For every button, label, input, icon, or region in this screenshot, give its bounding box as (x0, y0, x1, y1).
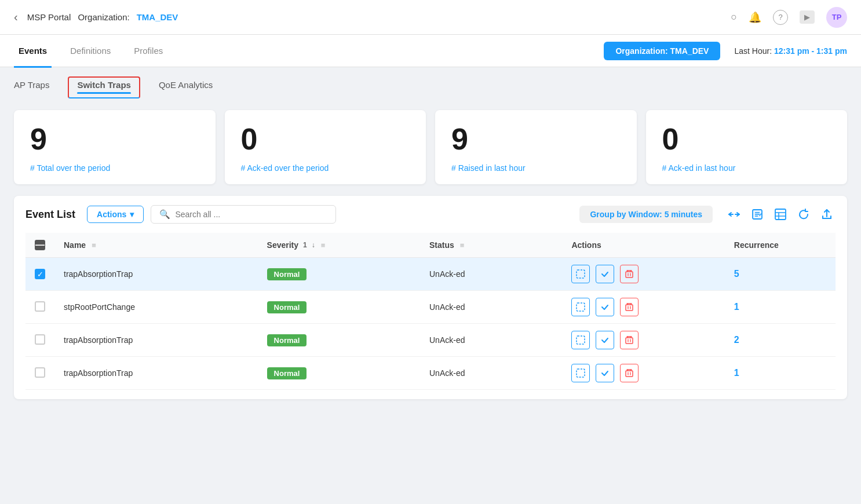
stat-card-acked-period: 0 Ack-ed over the period (225, 110, 426, 184)
stat-value-total-period: 9 (30, 124, 199, 154)
row-checkbox-1[interactable]: ✓ (35, 269, 45, 279)
row-checkbox-cell (25, 324, 54, 357)
group-by-button[interactable]: Group by Window: 5 minutes (579, 206, 713, 223)
delete-icon-2[interactable] (620, 298, 639, 316)
row-status-3: UnAck-ed (420, 324, 562, 357)
th-status: Status ≡ (420, 233, 562, 258)
row-status-2: UnAck-ed (420, 291, 562, 324)
stat-label-raised-hour[interactable]: Raised in last hour (451, 163, 621, 173)
row-actions-2 (562, 291, 724, 324)
th-recurrence: Recurrence (725, 233, 836, 258)
event-table: — Name ≡ Severity 1 ↓ ≡ (25, 233, 836, 390)
nav-icons: ○ 🔔 ? ▶ TP (731, 7, 847, 28)
row-checkbox-4[interactable] (35, 367, 45, 378)
row-checkbox-cell: ✓ (25, 258, 54, 291)
actions-button[interactable]: Actions ▾ (87, 206, 144, 223)
svg-rect-27 (626, 338, 633, 344)
severity-sort-num: 1 (303, 241, 307, 249)
help-icon[interactable]: ? (773, 10, 788, 25)
status-filter-icon[interactable]: ≡ (460, 241, 465, 250)
svg-rect-20 (626, 305, 633, 311)
severity-badge-3: Normal (267, 334, 307, 346)
ack-icon-4[interactable] (596, 364, 614, 382)
delete-icon-4[interactable] (620, 364, 639, 382)
toolbar-icons (725, 206, 836, 223)
stat-label-total-period[interactable]: Total over the period (30, 163, 199, 173)
expand-icon[interactable] (725, 206, 743, 223)
row-severity-4: Normal (258, 357, 420, 390)
tab-definitions[interactable]: Definitions (65, 35, 115, 68)
event-list-title: Event List (25, 209, 75, 221)
org-prefix: Organization: (78, 12, 129, 22)
table-icon[interactable] (772, 206, 789, 223)
svg-rect-12 (577, 270, 585, 278)
stat-value-acked-hour: 0 (662, 124, 831, 154)
search-input[interactable] (175, 210, 327, 219)
select-all-checkbox[interactable]: — (35, 240, 45, 250)
expand-row-icon-4[interactable] (571, 364, 590, 382)
search-icon: 🔍 (159, 209, 170, 220)
portal-label: MSP Portal (27, 12, 71, 22)
row-recurrence-2: 1 (725, 291, 836, 324)
expand-row-icon-1[interactable] (571, 265, 590, 283)
stat-cards: 9 Total over the period 0 Ack-ed over th… (14, 110, 847, 184)
ack-icon-2[interactable] (596, 298, 614, 316)
delete-icon-1[interactable] (620, 265, 639, 283)
svg-rect-26 (577, 336, 585, 344)
ack-icon-3[interactable] (596, 331, 614, 349)
expand-row-icon-3[interactable] (571, 331, 590, 349)
severity-badge-4: Normal (267, 367, 307, 379)
search-icon[interactable]: ○ (731, 11, 737, 23)
last-hour-label: Last Hour: 12:31 pm - 1:31 pm (734, 46, 847, 56)
row-severity-3: Normal (258, 324, 420, 357)
th-actions: Actions (562, 233, 724, 258)
row-actions-1 (562, 258, 724, 291)
stat-label-acked-hour[interactable]: Ack-ed in last hour (662, 163, 831, 173)
refresh-icon[interactable] (795, 206, 812, 223)
severity-badge-1: Normal (267, 268, 307, 280)
row-checkbox-cell (25, 291, 54, 324)
name-filter-icon[interactable]: ≡ (92, 241, 96, 250)
severity-sort-icon[interactable]: ↓ (312, 241, 315, 249)
org-name[interactable]: TMA_DEV (137, 12, 178, 22)
avatar[interactable]: TP (826, 7, 847, 28)
edit-icon[interactable] (749, 206, 766, 223)
expand-row-icon-2[interactable] (571, 298, 590, 316)
th-checkbox: — (25, 233, 54, 258)
row-actions-4 (562, 357, 724, 390)
svg-rect-13 (626, 272, 633, 277)
svg-rect-7 (775, 209, 786, 220)
event-list-container: Event List Actions ▾ 🔍 Group by Window: … (14, 196, 847, 399)
org-button[interactable]: Organization: TMA_DEV (604, 42, 720, 60)
stat-card-total-period: 9 Total over the period (14, 110, 216, 184)
tab-profiles[interactable]: Profiles (129, 35, 167, 68)
tab-events[interactable]: Events (14, 35, 52, 68)
stat-value-raised-hour: 9 (451, 124, 621, 154)
svg-rect-19 (577, 303, 585, 311)
sub-tab-switch-traps[interactable]: Switch Traps (68, 76, 140, 98)
ack-icon-1[interactable] (596, 265, 614, 283)
table-row: trapAbsorptionTrap Normal UnAck-ed (25, 357, 836, 390)
row-checkbox-2[interactable] (35, 301, 45, 312)
bell-icon[interactable]: 🔔 (749, 11, 761, 24)
row-name-1: trapAbsorptionTrap (54, 258, 258, 291)
row-checkbox-3[interactable] (35, 334, 45, 345)
upload-icon[interactable] (818, 206, 836, 223)
row-name-2: stpRootPortChange (54, 291, 258, 324)
stat-label-acked-period[interactable]: Ack-ed over the period (241, 163, 410, 173)
stat-card-acked-hour: 0 Ack-ed in last hour (646, 110, 848, 184)
back-button[interactable]: ‹ (14, 10, 18, 24)
group-by-value: 5 minutes (665, 210, 702, 219)
svg-rect-33 (577, 369, 585, 377)
th-severity: Severity 1 ↓ ≡ (258, 233, 420, 258)
play-icon[interactable]: ▶ (800, 10, 815, 24)
sub-tab-ap-traps[interactable]: AP Traps (14, 80, 49, 96)
content-area: AP Traps Switch Traps QoE Analytics 9 To… (0, 67, 861, 408)
delete-icon-3[interactable] (620, 331, 639, 349)
row-checkbox-cell (25, 357, 54, 390)
sub-tabs: AP Traps Switch Traps QoE Analytics (14, 76, 847, 98)
sub-tab-qoe-analytics[interactable]: QoE Analytics (159, 80, 213, 96)
tab-header-right: Organization: TMA_DEV Last Hour: 12:31 p… (604, 42, 847, 60)
severity-filter-icon[interactable]: ≡ (321, 241, 326, 250)
top-nav: ‹ MSP Portal Organization: TMA_DEV ○ 🔔 ?… (0, 0, 861, 35)
